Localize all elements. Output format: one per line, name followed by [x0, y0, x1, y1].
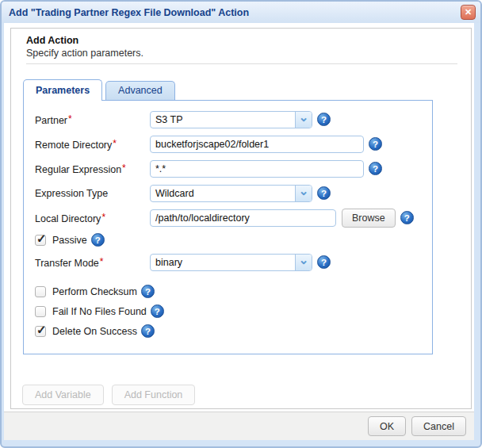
required-marker: * [112, 138, 117, 149]
expression-type-label: Expression Type [35, 188, 150, 199]
required-marker: * [99, 256, 104, 267]
help-icon[interactable]: ? [369, 137, 382, 151]
remote-directory-input[interactable] [150, 136, 364, 153]
tab-parameters[interactable]: Parameters [23, 79, 102, 101]
partner-select-value: S3 TP [151, 112, 295, 128]
local-directory-input[interactable] [150, 209, 336, 227]
help-icon[interactable]: ? [317, 186, 331, 200]
dialog-body: Add Action Specify action parameters. Pa… [4, 23, 474, 440]
field-row-transfer-mode: Transfer Mode* binary ⌄ ? [24, 250, 432, 274]
close-icon[interactable]: ✕ [461, 5, 476, 20]
help-icon[interactable]: ? [400, 211, 414, 224]
field-row-passive: ✓ Passive ? [24, 230, 432, 250]
field-row-delete-on-success: ✓ Delete On Success ? [24, 321, 432, 341]
partner-select[interactable]: S3 TP ⌄ [150, 111, 312, 128]
field-row-regular-expression: Regular Expression* ? [24, 156, 432, 181]
fail-if-no-files-label: Fail If No Files Found [52, 306, 147, 317]
help-icon[interactable]: ? [91, 233, 105, 247]
field-row-perform-checksum: Perform Checksum ? [24, 281, 432, 301]
parameters-tab-panel: Partner* S3 TP ⌄ ? Remote Directory* ? R… [23, 100, 433, 354]
transfer-mode-select[interactable]: binary ⌄ [150, 254, 312, 271]
add-variable-button[interactable]: Add Variable [22, 385, 104, 405]
required-marker: * [67, 113, 72, 124]
field-row-partner: Partner* S3 TP ⌄ ? [24, 107, 432, 132]
expression-type-select-value: Wildcard [151, 186, 295, 201]
regular-expression-label: Regular Expression* [35, 163, 150, 175]
cancel-button[interactable]: Cancel [411, 416, 466, 436]
panel-subtitle: Specify action parameters. [26, 48, 471, 59]
passive-checkbox[interactable]: ✓ [35, 235, 46, 246]
field-row-expression-type: Expression Type Wildcard ⌄ ? [24, 181, 432, 205]
add-function-button[interactable]: Add Function [112, 385, 196, 405]
transfer-mode-label: Transfer Mode* [35, 256, 150, 269]
tab-strip: Parameters Advanced [23, 78, 471, 100]
perform-checksum-label: Perform Checksum [52, 286, 137, 297]
panel-header: Add Action Specify action parameters. [11, 29, 471, 59]
field-row-remote-directory: Remote Directory* ? [24, 132, 432, 156]
local-directory-label: Local Directory* [35, 212, 150, 224]
required-marker: * [101, 212, 105, 223]
help-icon[interactable]: ? [317, 113, 331, 126]
chevron-down-icon[interactable]: ⌄ [295, 186, 312, 201]
browse-button[interactable]: Browse [342, 209, 396, 228]
delete-on-success-checkbox[interactable]: ✓ [35, 326, 46, 337]
help-icon[interactable]: ? [151, 304, 164, 318]
help-icon[interactable]: ? [141, 324, 155, 338]
remote-directory-label: Remote Directory* [35, 138, 150, 151]
passive-label: Passive [52, 235, 87, 246]
help-icon[interactable]: ? [317, 255, 331, 269]
chevron-down-icon[interactable]: ⌄ [295, 112, 312, 128]
help-icon[interactable]: ? [141, 285, 155, 298]
field-row-local-directory: Local Directory* Browse ? [24, 205, 432, 230]
add-action-dialog: Add "Trading Partner Regex File Download… [0, 0, 482, 448]
variable-function-buttons: Add Variable Add Function [22, 385, 471, 405]
perform-checksum-checkbox[interactable] [35, 286, 46, 297]
required-marker: * [121, 163, 126, 174]
tab-advanced[interactable]: Advanced [105, 81, 175, 100]
dialog-title: Add "Trading Partner Regex File Download… [2, 7, 249, 18]
chevron-down-icon[interactable]: ⌄ [295, 255, 312, 270]
dialog-titlebar: Add "Trading Partner Regex File Download… [2, 2, 480, 23]
delete-on-success-label: Delete On Success [52, 326, 137, 337]
dialog-footer: OK Cancel [4, 412, 474, 440]
ok-button[interactable]: OK [368, 416, 406, 436]
expression-type-select[interactable]: Wildcard ⌄ [150, 185, 312, 202]
field-row-fail-if-no-files: Fail If No Files Found ? [24, 301, 432, 321]
regular-expression-input[interactable] [150, 160, 364, 178]
panel-title: Add Action [26, 35, 471, 46]
help-icon[interactable]: ? [369, 162, 382, 175]
checkmark-icon: ✓ [36, 232, 47, 246]
partner-label: Partner* [35, 113, 150, 126]
checkmark-icon: ✓ [36, 323, 47, 337]
fail-if-no-files-checkbox[interactable] [35, 306, 46, 317]
action-panel: Add Action Specify action parameters. Pa… [10, 28, 472, 409]
header-divider [26, 63, 457, 64]
transfer-mode-select-value: binary [151, 255, 295, 270]
